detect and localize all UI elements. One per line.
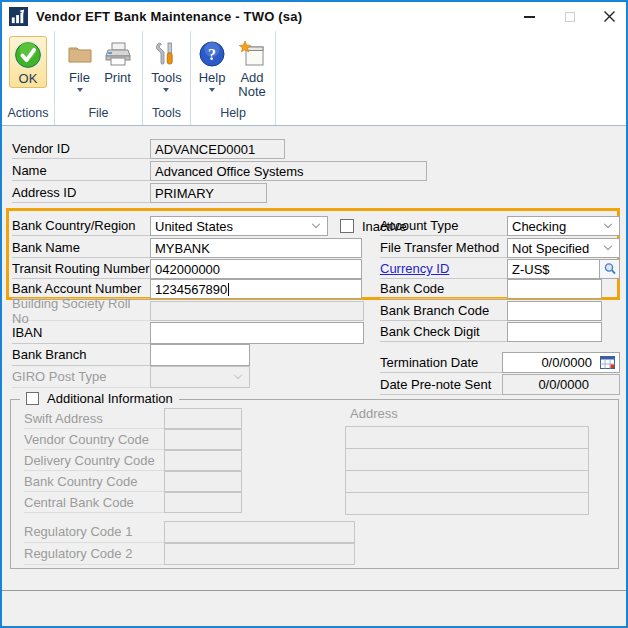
add-note-button[interactable]: Add Note	[232, 36, 272, 101]
bank-branch-label: Bank Branch	[12, 344, 150, 366]
transit-routing-field[interactable]: 042000000	[150, 259, 362, 279]
termination-date-field[interactable]: 0/0/0000	[502, 352, 620, 373]
help-menu-button[interactable]: ? Help	[194, 36, 230, 93]
toolbar-group-label-actions: Actions	[2, 106, 54, 125]
additional-information-legend: Additional Information	[20, 391, 179, 406]
toolbar-group-tools: Tools Tools	[143, 31, 191, 125]
bank-account-field[interactable]: 1234567890	[150, 279, 362, 299]
currency-lookup-button[interactable]	[600, 259, 620, 279]
termination-date-row: Termination Date 0/0/0000	[380, 352, 620, 373]
regulatory-code-1-field	[164, 521, 355, 543]
bank-name-label: Bank Name	[12, 238, 150, 258]
bank-code-row: Bank Code	[380, 279, 602, 299]
toolbar-group-help: ? Help Add Note	[191, 31, 276, 125]
additional-information-checkbox[interactable]	[26, 392, 39, 405]
toolbar-group-actions: OK Actions	[2, 31, 55, 125]
address-id-row: Address ID PRIMARY	[12, 183, 267, 203]
delivery-country-code-label: Delivery Country Code	[24, 450, 164, 471]
maximize-icon	[565, 12, 575, 22]
tools-menu-button[interactable]: Tools	[148, 36, 184, 93]
maximize-button[interactable]	[563, 10, 576, 23]
inactive-checkbox[interactable]	[340, 219, 354, 233]
bank-code-field[interactable]	[507, 279, 602, 299]
giro-post-type-label: GIRO Post Type	[12, 366, 150, 388]
address-line-3-field	[345, 470, 589, 493]
bank-branch-code-field[interactable]	[507, 301, 602, 321]
ok-check-icon	[13, 40, 43, 70]
currency-id-link[interactable]: Currency ID	[380, 261, 449, 276]
chevron-down-icon	[312, 220, 320, 228]
iban-field[interactable]	[150, 322, 364, 344]
minimize-button[interactable]	[523, 10, 536, 23]
regulatory-code-2-label: Regulatory Code 2	[24, 543, 164, 565]
toolbar-group-label-file: File	[55, 106, 142, 125]
toolbar-group-label-tools: Tools	[143, 106, 190, 125]
central-bank-code-label: Central Bank Code	[24, 492, 164, 513]
ok-button[interactable]: OK	[9, 36, 47, 88]
folder-icon	[65, 39, 95, 69]
bank-branch-code-label: Bank Branch Code	[380, 301, 507, 321]
vendor-eft-bank-maintenance-window: Vendor EFT Bank Maintenance - TWO (sa)	[0, 0, 628, 628]
regulatory-code-1-label: Regulatory Code 1	[24, 521, 164, 543]
bank-code-label: Bank Code	[380, 279, 507, 299]
bank-branch-code-row: Bank Branch Code	[380, 301, 602, 321]
title-bar: Vendor EFT Bank Maintenance - TWO (sa)	[2, 2, 626, 31]
add-note-label: Add Note	[235, 71, 269, 100]
add-note-icon	[237, 39, 267, 69]
printer-icon	[103, 39, 133, 69]
transit-routing-label: Transit Routing Number	[12, 259, 150, 279]
address-line-4-field	[345, 492, 589, 515]
minimize-icon	[524, 16, 535, 18]
file-menu-button[interactable]: File	[62, 36, 98, 93]
vendor-country-code-label: Vendor Country Code	[24, 429, 164, 450]
file-transfer-method-dropdown[interactable]: Not Specified	[507, 238, 620, 258]
bank-country-label: Bank Country/Region	[12, 216, 150, 236]
file-transfer-method-row: File Transfer Method Not Specified	[380, 238, 620, 258]
iban-row: IBAN	[12, 322, 364, 344]
chevron-down-icon	[209, 88, 215, 92]
chevron-down-icon	[604, 242, 612, 250]
swift-address-field	[164, 408, 242, 429]
chevron-down-icon	[163, 88, 169, 92]
bank-country-code-field	[164, 471, 242, 492]
print-button[interactable]: Print	[100, 36, 136, 86]
bank-check-digit-field[interactable]	[507, 322, 602, 342]
svg-text:?: ?	[208, 46, 216, 63]
vendor-id-field: ADVANCED0001	[150, 139, 285, 159]
building-society-label: Building Society Roll No	[12, 301, 150, 321]
delivery-country-code-row: Delivery Country Code	[24, 450, 242, 471]
currency-id-row: Currency ID Z-US$	[380, 259, 620, 279]
chevron-down-icon	[234, 371, 242, 379]
help-icon: ?	[197, 39, 227, 69]
currency-id-field[interactable]: Z-US$	[507, 259, 600, 279]
tools-icon	[151, 39, 181, 69]
regulatory-code-2-field	[164, 543, 355, 565]
help-menu-label: Help	[199, 71, 226, 85]
toolbar: OK Actions File	[2, 31, 626, 126]
address-label: Address	[350, 406, 398, 421]
date-prenote-sent-row: Date Pre-note Sent 0/0/0000	[380, 374, 620, 395]
vendor-id-row: Vendor ID ADVANCED0001	[12, 139, 285, 159]
ok-button-label: OK	[19, 72, 38, 86]
account-type-row: Account Type Checking	[380, 216, 620, 236]
account-type-label: Account Type	[380, 216, 507, 236]
close-button[interactable]	[603, 10, 616, 23]
close-icon	[603, 10, 616, 23]
bank-name-row: Bank Name MYBANK	[12, 238, 362, 258]
status-bar	[2, 591, 626, 626]
magnifier-icon	[603, 262, 617, 276]
address-id-label: Address ID	[12, 183, 150, 203]
bank-branch-field[interactable]	[150, 344, 250, 366]
toolbar-group-file: File Print File	[55, 31, 143, 125]
calendar-icon[interactable]	[600, 356, 615, 369]
central-bank-code-row: Central Bank Code	[24, 492, 242, 513]
account-type-dropdown[interactable]: Checking	[507, 216, 620, 236]
central-bank-code-field	[164, 492, 242, 513]
delivery-country-code-field	[164, 450, 242, 471]
iban-label: IBAN	[12, 322, 150, 344]
chevron-down-icon	[604, 220, 612, 228]
swift-address-label: Swift Address	[24, 408, 164, 429]
giro-post-type-dropdown	[150, 366, 250, 388]
bank-name-field[interactable]: MYBANK	[150, 238, 362, 258]
bank-country-dropdown[interactable]: United States	[150, 216, 328, 236]
